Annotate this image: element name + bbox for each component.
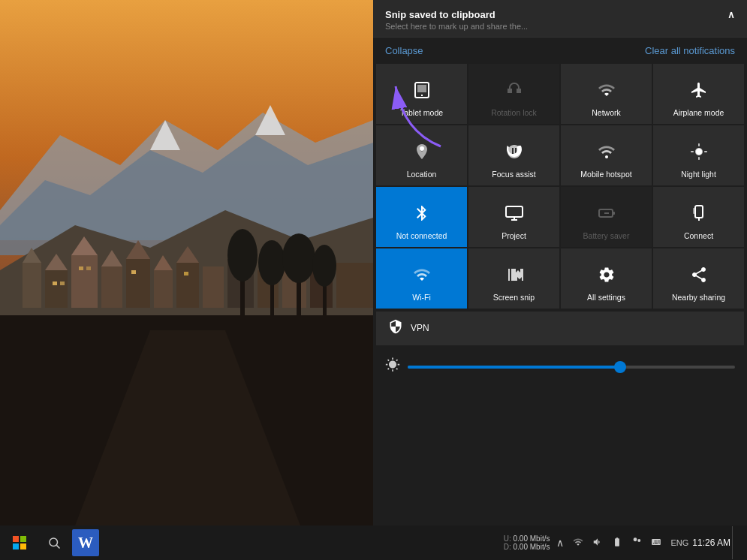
brightness-icon <box>385 357 400 376</box>
tile-tablet-mode-label: Tablet mode <box>400 108 443 118</box>
screen-snip-icon <box>505 266 523 288</box>
tile-bluetooth-label: Not connected <box>396 231 447 241</box>
svg-rect-10 <box>71 255 98 308</box>
tile-wifi[interactable]: Wi-Fi <box>376 248 467 309</box>
quick-actions-grid: Tablet mode Rotation lock <box>373 62 747 310</box>
tile-vpn[interactable]: VPN <box>376 312 744 345</box>
svg-rect-6 <box>23 263 41 308</box>
action-header: Collapse Clear all notifications <box>373 38 747 62</box>
clock[interactable]: 11:26 AM <box>692 537 730 548</box>
svg-line-68 <box>56 545 59 548</box>
tile-rotation-lock[interactable]: Rotation lock <box>468 64 559 124</box>
svg-rect-33 <box>131 270 136 274</box>
brightness-area <box>373 348 747 385</box>
tray-chevron[interactable]: ∧ <box>554 537 566 549</box>
svg-rect-63 <box>13 536 19 542</box>
tile-tablet-mode[interactable]: Tablet mode <box>376 64 467 124</box>
svg-rect-59 <box>695 206 703 218</box>
svg-rect-12 <box>101 266 122 308</box>
network-up: U: 0.00 Mbit/s <box>504 534 550 543</box>
start-button[interactable] <box>3 526 36 559</box>
svg-rect-49 <box>417 85 426 92</box>
tile-night-light[interactable]: Night light <box>653 125 744 185</box>
tile-night-light-label: Night light <box>681 170 716 179</box>
tile-project[interactable]: Project <box>468 187 559 247</box>
svg-point-51 <box>605 155 608 158</box>
nearby-sharing-icon <box>690 266 708 288</box>
connect-icon <box>690 204 708 227</box>
system-tray: ∧ <box>554 537 691 549</box>
svg-rect-30 <box>60 282 65 285</box>
svg-point-41 <box>258 240 285 285</box>
clock-time: 11:26 AM <box>692 537 730 548</box>
svg-rect-18 <box>176 263 199 308</box>
show-desktop-button[interactable] <box>732 526 738 559</box>
tile-all-settings[interactable]: All settings <box>561 248 652 309</box>
tile-bluetooth[interactable]: Not connected <box>376 187 467 247</box>
svg-rect-8 <box>45 270 68 308</box>
tile-rotation-lock-label: Rotation lock <box>491 108 537 118</box>
tile-project-label: Project <box>502 231 526 241</box>
svg-rect-14 <box>126 259 150 308</box>
tray-volume-icon[interactable] <box>590 537 605 549</box>
svg-point-67 <box>50 538 58 546</box>
tile-wifi-label: Wi-Fi <box>412 293 431 303</box>
location-icon <box>413 143 431 165</box>
action-center: Snip saved to clipboard ∧ Select here to… <box>373 0 747 525</box>
focus-assist-icon <box>505 143 523 165</box>
svg-rect-64 <box>20 536 26 542</box>
taskbar-left: W <box>3 526 99 559</box>
tile-location[interactable]: Location <box>376 125 467 185</box>
svg-rect-34 <box>184 272 188 275</box>
tile-screen-snip[interactable]: Screen snip <box>468 248 559 309</box>
tile-nearby-sharing-label: Nearby sharing <box>672 293 725 303</box>
network-stats: U: 0.00 Mbit/s D: 0.00 Mbit/s <box>501 534 553 551</box>
wifi-icon <box>413 266 431 288</box>
word-app-button[interactable]: W <box>72 529 99 556</box>
tile-connect-label: Connect <box>684 231 713 241</box>
tile-mobile-hotspot-label: Mobile hotspot <box>580 170 631 179</box>
tile-nearby-sharing[interactable]: Nearby sharing <box>653 248 744 309</box>
tray-connect-icon[interactable] <box>629 537 644 549</box>
svg-point-39 <box>227 229 258 282</box>
wallpaper <box>0 0 373 525</box>
tile-focus-assist[interactable]: Focus assist <box>468 125 559 185</box>
notification-chevron[interactable]: ∧ <box>727 9 735 20</box>
tray-language[interactable]: ENG <box>668 538 691 547</box>
svg-rect-28 <box>336 263 373 308</box>
notification-bar[interactable]: Snip saved to clipboard ∧ Select here to… <box>373 0 747 38</box>
clear-all-button[interactable]: Clear all notifications <box>645 45 735 56</box>
network-down: D: 0.00 Mbit/s <box>504 543 550 551</box>
tray-keyboard-icon[interactable] <box>649 537 664 549</box>
settings-button[interactable] <box>39 526 69 559</box>
tile-connect[interactable]: Connect <box>653 187 744 247</box>
tile-battery-saver[interactable]: Battery saver <box>561 187 652 247</box>
airplane-mode-icon <box>690 81 708 104</box>
tile-network[interactable]: Network <box>561 64 652 124</box>
tile-mobile-hotspot[interactable]: Mobile hotspot <box>561 125 652 185</box>
notification-subtitle: Select here to mark up and share the... <box>385 22 735 31</box>
battery-saver-icon <box>598 204 616 227</box>
vpn-icon <box>388 319 403 338</box>
mobile-hotspot-icon <box>598 143 616 165</box>
tray-battery-icon[interactable] <box>610 537 625 549</box>
tile-screen-snip-label: Screen snip <box>493 293 535 303</box>
tile-airplane-mode-label: Airplane mode <box>673 108 724 118</box>
svg-rect-57 <box>613 212 615 215</box>
collapse-button[interactable]: Collapse <box>385 45 423 56</box>
svg-point-52 <box>696 149 702 155</box>
tile-airplane-mode[interactable]: Airplane mode <box>653 64 744 124</box>
svg-rect-32 <box>86 266 91 270</box>
taskbar: W U: 0.00 Mbit/s D: 0.00 Mbit/s ∧ <box>0 525 747 560</box>
brightness-slider[interactable] <box>408 366 735 369</box>
all-settings-icon <box>598 266 616 288</box>
tray-network-icon[interactable] <box>571 537 586 549</box>
network-icon <box>598 81 616 104</box>
tile-focus-assist-label: Focus assist <box>492 170 535 179</box>
project-icon <box>505 204 523 227</box>
svg-point-45 <box>312 245 336 287</box>
svg-rect-66 <box>20 543 26 549</box>
svg-rect-65 <box>13 543 19 549</box>
taskbar-right: U: 0.00 Mbit/s D: 0.00 Mbit/s ∧ <box>501 526 744 559</box>
svg-rect-16 <box>154 270 173 308</box>
